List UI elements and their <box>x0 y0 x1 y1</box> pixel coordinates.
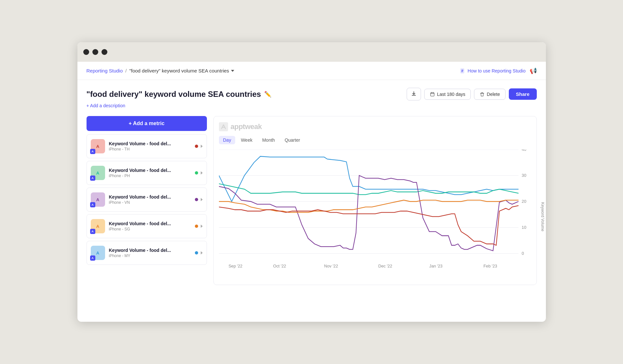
book-icon <box>460 68 466 74</box>
window-dot-2 <box>92 49 98 55</box>
metric-card-th: A A Keyword Volume - food del... iPhone … <box>87 134 207 158</box>
app-badge-sg: A <box>90 229 95 234</box>
metric-actions-vn <box>195 198 203 201</box>
breadcrumb-current-page: "food delivery" keyword volume SEA count… <box>129 68 234 73</box>
app-badge-ph: A <box>90 176 95 181</box>
expand-metric-ph[interactable] <box>201 171 203 175</box>
share-button[interactable]: Share <box>509 88 537 100</box>
tab-quarter[interactable]: Quarter <box>280 136 304 144</box>
delete-button[interactable]: Delete <box>474 89 505 100</box>
svg-text:Dec '22: Dec '22 <box>378 264 392 269</box>
color-dot-sg <box>195 225 198 228</box>
download-button[interactable] <box>407 88 421 100</box>
edit-title-icon[interactable]: ✏️ <box>264 91 271 98</box>
apptweak-logo-icon <box>219 122 228 131</box>
metric-name-sg: Keyword Volume - food del... <box>109 221 191 226</box>
metric-info-vn: Keyword Volume - food del... iPhone - VN <box>109 194 191 205</box>
page-title-row: "food delivery" keyword volume SEA count… <box>87 88 537 100</box>
megaphone-icon: 📢 <box>530 67 537 74</box>
metric-thumb-sg: A A <box>91 219 105 233</box>
expand-metric-my[interactable] <box>201 251 203 254</box>
window-dot-3 <box>102 49 107 55</box>
svg-text:40: 40 <box>521 150 526 152</box>
svg-text:30: 30 <box>521 173 526 178</box>
page-title: "food delivery" keyword volume SEA count… <box>87 90 272 99</box>
metric-sub-vn: iPhone - VN <box>109 200 191 205</box>
time-tabs: Day Week Month Quarter <box>219 136 531 144</box>
calendar-icon <box>430 92 435 97</box>
svg-rect-10 <box>219 122 228 131</box>
apptweak-logo: apptweak <box>219 122 531 131</box>
breadcrumb-dropdown-icon[interactable] <box>231 70 234 72</box>
date-range-button[interactable]: Last 180 days <box>424 89 471 100</box>
metric-sub-sg: iPhone - SG <box>109 227 191 231</box>
add-description-link[interactable]: + Add a description <box>87 103 537 108</box>
svg-text:Nov '22: Nov '22 <box>324 264 338 269</box>
metric-actions-ph <box>195 171 203 175</box>
metric-card-ph: A A Keyword Volume - food del... iPhone … <box>87 161 207 185</box>
breadcrumb-separator: / <box>125 68 127 73</box>
svg-text:20: 20 <box>521 199 526 204</box>
body-layout: + Add a metric A A Keyword Volume - food… <box>87 116 537 285</box>
metric-actions-th <box>195 145 203 148</box>
y-axis-label: Keyword Volume <box>541 202 545 231</box>
svg-rect-5 <box>431 93 434 96</box>
titlebar <box>77 42 546 62</box>
svg-text:10: 10 <box>521 225 526 230</box>
metric-name-my: Keyword Volume - food del... <box>109 248 191 253</box>
tab-week[interactable]: Week <box>237 136 257 144</box>
color-dot-ph <box>195 171 198 175</box>
metric-name-ph: Keyword Volume - food del... <box>109 168 191 173</box>
svg-text:Oct '22: Oct '22 <box>273 264 286 269</box>
metric-info-th: Keyword Volume - food del... iPhone - TH <box>109 141 191 151</box>
app-badge-my: A <box>90 255 95 261</box>
help-link[interactable]: How to use Reporting Studio <box>460 68 525 74</box>
header-right: How to use Reporting Studio 📢 <box>460 67 536 74</box>
sidebar: + Add a metric A A Keyword Volume - food… <box>87 116 207 285</box>
tab-month[interactable]: Month <box>258 136 279 144</box>
metric-thumb-my: A A <box>91 246 105 260</box>
breadcrumb-reporting-studio[interactable]: Reporting Studio <box>87 68 123 73</box>
svg-text:Feb '23: Feb '23 <box>483 264 497 269</box>
metric-card-sg: A A Keyword Volume - food del... iPhone … <box>87 214 207 238</box>
metric-sub-my: iPhone - MY <box>109 254 191 258</box>
app-badge-th: A <box>90 149 95 154</box>
metric-thumb-ph: A A <box>91 166 105 180</box>
chart-svg: 0 10 20 30 40 50 Sep '22 Oct '22 Nov '22… <box>219 150 531 280</box>
metric-name-th: Keyword Volume - food del... <box>109 141 191 146</box>
main-content: "food delivery" keyword volume SEA count… <box>77 80 546 293</box>
breadcrumb: Reporting Studio / "food delivery" keywo… <box>87 68 235 73</box>
window-dot-1 <box>83 49 89 55</box>
svg-text:0: 0 <box>521 251 524 256</box>
metric-info-my: Keyword Volume - food del... iPhone - MY <box>109 248 191 258</box>
metric-card-my: A A Keyword Volume - food del... iPhone … <box>87 241 207 265</box>
app-badge-vn: A <box>90 202 95 207</box>
metric-thumb-th: A A <box>91 139 105 153</box>
tab-day[interactable]: Day <box>219 136 236 144</box>
metric-actions-my <box>195 251 203 254</box>
metric-name-vn: Keyword Volume - food del... <box>109 194 191 200</box>
download-icon <box>411 91 417 97</box>
metric-sub-th: iPhone - TH <box>109 147 191 151</box>
toolbar-right: Last 180 days Delete Share <box>407 88 536 100</box>
add-metric-button[interactable]: + Add a metric <box>87 116 207 131</box>
metric-actions-sg <box>195 225 203 228</box>
metric-sub-ph: iPhone - PH <box>109 174 191 178</box>
header: Reporting Studio / "food delivery" keywo… <box>77 62 546 80</box>
app-window: Reporting Studio / "food delivery" keywo… <box>77 42 546 322</box>
chart-area: apptweak Day Week Month Quarter <box>213 116 537 285</box>
chart-wrapper: 0 10 20 30 40 50 Sep '22 Oct '22 Nov '22… <box>219 150 531 280</box>
expand-metric-sg[interactable] <box>201 225 203 228</box>
svg-text:Jan '23: Jan '23 <box>429 264 442 269</box>
color-dot-vn <box>195 198 198 201</box>
metric-info-sg: Keyword Volume - food del... iPhone - SG <box>109 221 191 231</box>
metric-thumb-vn: A A <box>91 192 105 207</box>
svg-text:Sep '22: Sep '22 <box>228 264 242 269</box>
expand-metric-th[interactable] <box>201 145 203 148</box>
metric-info-ph: Keyword Volume - food del... iPhone - PH <box>109 168 191 178</box>
apptweak-logo-text: apptweak <box>231 123 262 131</box>
color-dot-th <box>195 145 198 148</box>
expand-metric-vn[interactable] <box>201 198 203 201</box>
color-dot-my <box>195 251 198 254</box>
trash-icon <box>480 92 485 97</box>
